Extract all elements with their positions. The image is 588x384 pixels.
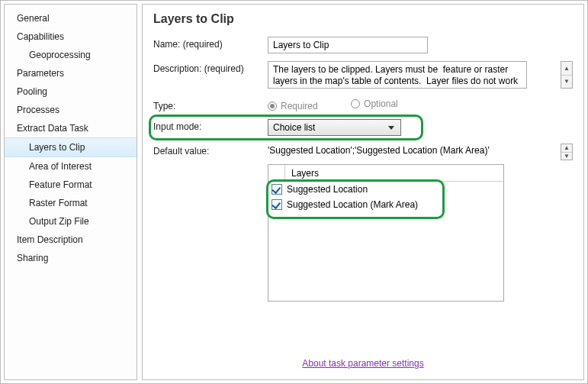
type-optional-label: Optional [364,98,398,109]
nav-area-of-interest[interactable]: Area of Interest [5,157,137,176]
type-optional-radio[interactable]: Optional [351,98,398,109]
default-value-spinner[interactable]: ▲ ▼ [561,144,573,160]
nav-output-zip-file[interactable]: Output Zip File [5,212,137,231]
layers-header-row: Layers [268,165,503,182]
layer-checkbox[interactable] [272,184,282,195]
description-spinner[interactable]: ▲ ▼ [561,61,573,89]
input-mode-select[interactable]: Choice list [268,119,401,136]
default-value-text: 'Suggested Location';'Suggested Location… [268,144,490,156]
type-required-radio[interactable]: Required [268,101,318,111]
layers-listbox: Layers Suggested Location Suggested Loca… [268,164,504,302]
nav-pooling[interactable]: Pooling [5,82,137,101]
input-mode-label: Input mode: [153,119,268,132]
nav-feature-format[interactable]: Feature Format [5,176,137,194]
chevron-up-icon[interactable]: ▲ [561,62,572,76]
chevron-down-icon [385,122,397,133]
layers-header-label: Layers [285,168,319,179]
chevron-down-icon[interactable]: ▼ [561,153,572,160]
radio-icon [268,102,277,111]
layers-header-spacer [268,165,285,181]
description-label: Description: (required) [153,61,268,74]
layer-row[interactable]: Suggested Location [268,182,503,197]
layer-label: Suggested Location [287,184,368,195]
radio-icon [351,99,360,108]
default-value-label: Default value: [153,144,268,157]
about-link[interactable]: About task parameter settings [302,358,423,369]
sidebar-nav: General Capabilities Geoprocessing Param… [4,4,137,380]
nav-extract-data-task[interactable]: Extract Data Task [5,119,137,137]
window-frame: General Capabilities Geoprocessing Param… [0,0,588,384]
nav-item-description[interactable]: Item Description [5,231,137,249]
layer-checkbox[interactable] [272,199,282,210]
layer-row[interactable]: Suggested Location (Mark Area) [268,197,503,212]
nav-layers-to-clip[interactable]: Layers to Clip [5,137,137,157]
chevron-up-icon[interactable]: ▲ [561,144,572,153]
nav-capabilities[interactable]: Capabilities [5,27,137,46]
nav-processes[interactable]: Processes [5,101,137,119]
description-textarea[interactable]: The layers to be clipped. Layers must be… [268,61,527,89]
layers-label-spacer [153,164,268,166]
type-required-label: Required [281,101,318,111]
name-input[interactable] [268,37,428,53]
main-panel: Layers to Clip Name: (required) Descript… [142,4,584,380]
panel-title: Layers to Clip [153,12,573,26]
chevron-down-icon[interactable]: ▼ [561,76,572,89]
layer-label: Suggested Location (Mark Area) [287,199,418,210]
nav-geoprocessing[interactable]: Geoprocessing [5,46,137,64]
type-label: Type: [153,98,268,111]
nav-general[interactable]: General [5,9,137,27]
nav-parameters[interactable]: Parameters [5,64,137,82]
input-mode-value: Choice list [273,122,315,133]
footer: About task parameter settings [143,358,583,369]
name-label: Name: (required) [153,37,268,50]
nav-sharing[interactable]: Sharing [5,249,137,267]
nav-raster-format[interactable]: Raster Format [5,194,137,212]
